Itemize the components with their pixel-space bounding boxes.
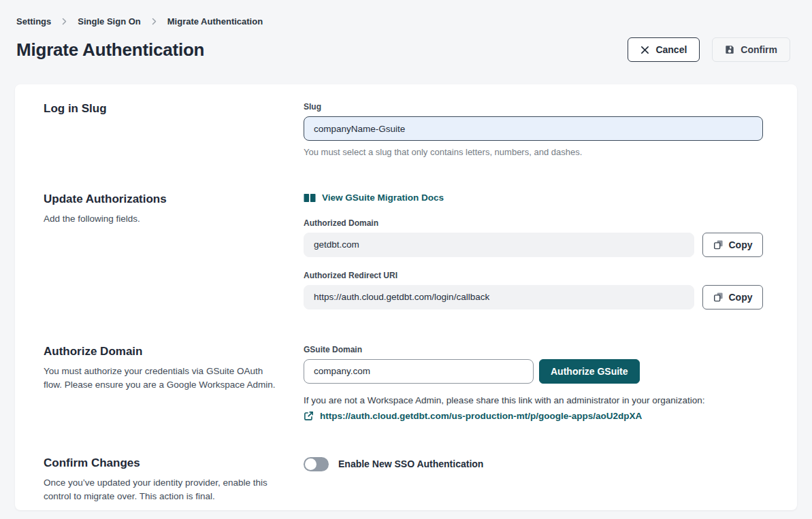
breadcrumb-migrate-authentication: Migrate Authentication: [167, 16, 263, 27]
external-link-icon: [304, 411, 314, 421]
close-icon: [640, 46, 649, 54]
authorize-gsuite-button[interactable]: Authorize GSuite: [539, 359, 640, 384]
authorize-gsuite-button-label: Authorize GSuite: [551, 366, 628, 377]
slug-help-text: You must select a slug that only contain…: [304, 147, 763, 157]
enable-sso-toggle[interactable]: [304, 457, 329, 471]
admin-share-link[interactable]: https://auth.cloud.getdbt.com/us-product…: [320, 411, 642, 421]
toggle-knob: [305, 458, 316, 470]
page-title: Migrate Authentication: [16, 39, 628, 61]
copy-icon: [713, 292, 724, 302]
confirm-button[interactable]: Confirm: [712, 37, 790, 62]
authorize-domain-description: You must authorize your credentials via …: [44, 365, 283, 393]
authorized-domain-field[interactable]: [304, 233, 694, 257]
gsuite-migration-docs-link[interactable]: View GSuite Migration Docs: [304, 192, 444, 203]
authorized-domain-label: Authorized Domain: [304, 218, 763, 228]
settings-card: Log in Slug Slug You must select a slug …: [15, 84, 797, 510]
chevron-right-icon: [150, 18, 158, 25]
breadcrumb: Settings Single Sign On Migrate Authenti…: [0, 0, 812, 27]
copy-icon: [713, 239, 724, 250]
section-update-authorizations: Update Authorizations Add the following …: [44, 192, 763, 309]
slug-input[interactable]: [304, 116, 763, 141]
workspace-admin-note: If you are not a Workspace Admin, please…: [304, 395, 763, 405]
redirect-uri-label: Authorized Redirect URI: [304, 271, 763, 280]
section-confirm-changes: Confirm Changes Once you’ve updated your…: [44, 456, 763, 505]
copy-button-label: Copy: [729, 292, 753, 303]
gsuite-migration-docs-link-label: View GSuite Migration Docs: [322, 192, 444, 203]
cancel-button-label: Cancel: [655, 44, 687, 55]
redirect-uri-field[interactable]: [304, 285, 694, 309]
slug-label: Slug: [304, 102, 763, 112]
section-authorize-domain: Authorize Domain You must authorize your…: [44, 345, 763, 421]
section-heading-authorize-domain: Authorize Domain: [44, 345, 283, 358]
save-icon: [725, 45, 734, 54]
gsuite-domain-input[interactable]: [304, 359, 534, 384]
section-heading-confirm-changes: Confirm Changes: [44, 456, 283, 470]
cancel-button[interactable]: Cancel: [628, 37, 700, 62]
section-heading-login-slug: Log in Slug: [44, 102, 283, 116]
page-header: Migrate Authentication Cancel Confirm: [0, 27, 812, 62]
breadcrumb-single-sign-on[interactable]: Single Sign On: [78, 16, 140, 27]
book-icon: [304, 193, 316, 203]
confirm-changes-description: Once you’ve updated your identity provid…: [44, 476, 283, 505]
section-heading-update-authorizations: Update Authorizations: [44, 192, 283, 206]
breadcrumb-settings[interactable]: Settings: [16, 16, 51, 27]
gsuite-domain-label: GSuite Domain: [304, 345, 763, 354]
confirm-button-label: Confirm: [741, 44, 777, 55]
copy-authorized-domain-button[interactable]: Copy: [702, 233, 763, 257]
section-login-slug: Log in Slug Slug You must select a slug …: [44, 102, 763, 157]
update-authorizations-description: Add the following fields.: [44, 212, 283, 227]
copy-redirect-uri-button[interactable]: Copy: [702, 285, 763, 309]
enable-sso-toggle-label: Enable New SSO Authentication: [338, 458, 483, 469]
copy-button-label: Copy: [729, 239, 753, 250]
chevron-right-icon: [61, 18, 68, 25]
